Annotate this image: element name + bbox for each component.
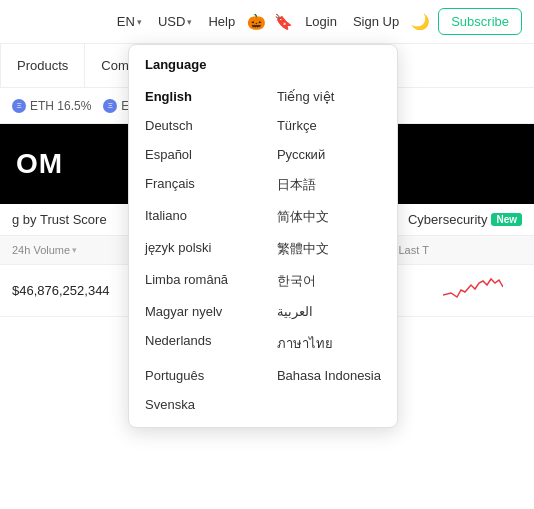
th-last: Last T xyxy=(399,244,523,256)
th-volume-sort: ▾ xyxy=(72,245,77,255)
lang-arabic[interactable]: العربية xyxy=(261,297,397,326)
lang-italiano[interactable]: Italiano xyxy=(129,201,261,233)
lang-portuguese[interactable]: Português xyxy=(129,361,261,390)
lang-deutsch[interactable]: Deutsch xyxy=(129,111,261,140)
help-label: Help xyxy=(208,14,235,29)
lang-english[interactable]: English xyxy=(129,82,261,111)
cybersecurity-badge[interactable]: Cybersecurity New xyxy=(408,212,522,227)
hero-text: OM xyxy=(16,148,63,180)
cybersecurity-label: Cybersecurity xyxy=(408,212,487,227)
lang-bahasa[interactable]: Bahasa Indonesia xyxy=(261,361,397,390)
lang-selector[interactable]: EN ▾ xyxy=(113,10,146,33)
bookmark-icon[interactable]: 🔖 xyxy=(274,13,293,31)
nav-products[interactable]: Products xyxy=(0,44,85,88)
currency-caret: ▾ xyxy=(187,17,192,27)
rankings-label-text: g by Trust Score xyxy=(12,212,107,227)
eth-icon: Ξ xyxy=(12,99,26,113)
lang-dutch[interactable]: Nederlands xyxy=(129,326,261,361)
lang-japanese[interactable]: 日本語 xyxy=(261,169,397,201)
lang-thai[interactable]: ภาษาไทย xyxy=(261,326,397,361)
eth-icon-2: Ξ xyxy=(103,99,117,113)
lang-traditional-chinese[interactable]: 繁體中文 xyxy=(261,233,397,265)
emoji-icon: 🎃 xyxy=(247,13,266,31)
login-link[interactable]: Login xyxy=(301,10,341,33)
lang-korean[interactable]: 한국어 xyxy=(261,265,397,297)
language-dropdown: Language English Tiếng việt Deutsch Türk… xyxy=(128,44,398,428)
top-nav: EN ▾ USD ▾ Help 🎃 🔖 Login Sign Up 🌙 Subs… xyxy=(0,0,534,44)
lang-swedish[interactable]: Svenska xyxy=(129,390,261,419)
lang-label: EN xyxy=(117,14,135,29)
signup-label: Sign Up xyxy=(353,14,399,29)
lang-hungarian[interactable]: Magyar nyelv xyxy=(129,297,261,326)
dark-mode-icon[interactable]: 🌙 xyxy=(411,13,430,31)
ticker-eth-change: Ξ ETH 16.5% xyxy=(12,99,91,113)
currency-label: USD xyxy=(158,14,185,29)
lang-francais[interactable]: Français xyxy=(129,169,261,201)
lang-russian[interactable]: Русский xyxy=(261,140,397,169)
th-volume-label: 24h Volume xyxy=(12,244,70,256)
signup-link[interactable]: Sign Up xyxy=(349,10,403,33)
ticker-eth-label: ETH 16.5% xyxy=(30,99,91,113)
th-last-label: Last T xyxy=(399,244,429,256)
lang-turkce[interactable]: Türkçe xyxy=(261,111,397,140)
lang-espanol[interactable]: Español xyxy=(129,140,261,169)
subscribe-button[interactable]: Subscribe xyxy=(438,8,522,35)
lang-polish[interactable]: język polski xyxy=(129,233,261,265)
lang-grid: English Tiếng việt Deutsch Türkçe Españo… xyxy=(129,82,397,419)
lang-empty xyxy=(261,390,397,419)
new-badge: New xyxy=(491,213,522,226)
login-label: Login xyxy=(305,14,337,29)
dropdown-title: Language xyxy=(129,57,397,82)
lang-caret: ▾ xyxy=(137,17,142,27)
sparkline-chart xyxy=(443,275,503,303)
lang-romanian[interactable]: Limba română xyxy=(129,265,261,297)
lang-simplified-chinese[interactable]: 简体中文 xyxy=(261,201,397,233)
products-label: Products xyxy=(17,58,68,73)
currency-selector[interactable]: USD ▾ xyxy=(154,10,196,33)
lang-tieng-viet[interactable]: Tiếng việt xyxy=(261,82,397,111)
row-graph xyxy=(443,275,522,306)
help-link[interactable]: Help xyxy=(204,10,239,33)
